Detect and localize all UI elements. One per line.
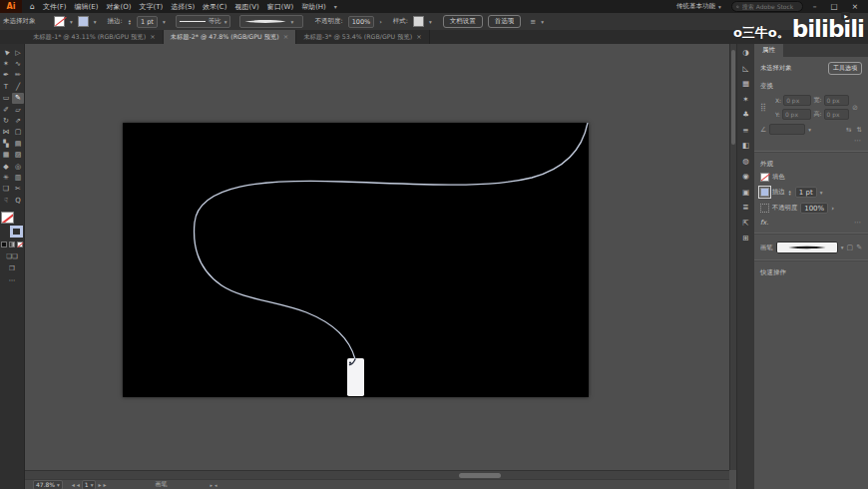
workspace-switcher[interactable]: 传统基本功能 ▾ [676,2,721,11]
artboard[interactable] [123,123,589,397]
stroke-color-swatch[interactable] [760,188,769,197]
close-tab-icon[interactable]: × [150,33,155,41]
artboard-number-field[interactable]: 1 ▾ [82,480,97,489]
none-button[interactable] [17,242,23,247]
menu-item-object[interactable]: 对象(O) [106,2,131,12]
close-button[interactable]: × [852,2,858,11]
tool-rectangle[interactable]: ▭ [0,93,12,104]
fill-swatch[interactable] [54,16,65,27]
document-tab-untitled-3[interactable]: 未标题-3* @ 53.4% (RGB/GPU 预览) × [296,30,430,44]
menu-item-file[interactable]: 文件(F) [43,2,67,12]
fill-stroke-control[interactable] [1,212,23,238]
appearance-more-icon[interactable]: ⋯ [771,219,862,227]
style-swatch[interactable] [413,16,424,27]
screen-mode-icon[interactable]: ❐ [9,264,15,272]
zoom-level-field[interactable]: 47.8% ▾ [33,480,63,489]
panel-icon-stroke[interactable]: ≡ [742,126,748,135]
gradient-button[interactable] [9,242,15,247]
canvas[interactable] [25,44,729,470]
tool-lasso[interactable]: ∿ [12,58,24,69]
document-setup-button[interactable]: 文档设置 [443,15,483,28]
first-artboard-icon[interactable]: ◂ [72,481,75,488]
menu-item-type[interactable]: 文字(T) [139,2,163,12]
cable-curve-path[interactable] [195,123,588,359]
chevron-down-icon[interactable]: ▾ [94,19,97,25]
submenu-arrow-icon[interactable]: › [831,205,834,213]
transform-more-icon[interactable]: ⋯ [760,137,862,145]
chevron-down-icon[interactable]: ▾ [541,19,544,25]
tool-type[interactable]: T [0,81,12,92]
width-field[interactable]: 0 px [824,95,849,106]
last-artboard-icon[interactable]: ▸ [103,481,106,488]
tool-eraser[interactable]: ▱ [12,104,24,115]
stock-search[interactable] [731,1,803,12]
panel-icon-asset-export[interactable]: ⇱ [742,219,748,228]
tool-symbol-sprayer[interactable]: ✳ [0,172,12,183]
tool-scale[interactable]: ⇗ [12,115,24,126]
menu-item-select[interactable]: 选择(S) [171,2,195,12]
search-input[interactable] [742,3,798,10]
panel-icon-appearance[interactable]: ◉ [742,172,749,181]
tool-paintbrush[interactable]: ✎ [12,93,24,104]
horizontal-scrollbar[interactable] [25,470,729,479]
y-field[interactable]: 0 px [782,109,811,120]
tab-properties[interactable]: 属性 [754,44,783,57]
tool-column-graph[interactable]: ▥ [12,172,24,183]
tool-gradient[interactable]: ▨ [12,150,24,161]
fill-proxy-swatch[interactable] [1,212,14,224]
stroke-weight-field[interactable]: 1 pt [795,187,817,198]
chevron-down-icon[interactable]: ▾ [70,19,73,25]
stroke-weight-field[interactable]: 1 pt [137,16,158,28]
fx-button[interactable]: fx. [760,219,768,227]
preferences-button[interactable]: 首选项 [488,15,522,28]
charger-rectangle[interactable] [347,358,364,396]
chevron-down-icon[interactable]: ▾ [820,190,823,196]
close-tab-icon[interactable]: × [416,33,421,41]
stroke-proxy-swatch[interactable] [10,226,23,238]
tool-zoom[interactable]: Q [12,195,24,206]
document-tab-untitled-2[interactable]: 未标题-2* @ 47.8% (RGB/GPU 预览) × [164,30,297,44]
fill-color-swatch[interactable] [760,173,769,182]
brush-definition[interactable]: ▾ [239,15,303,28]
next-artboard-icon[interactable]: ▸ [98,481,101,488]
chevron-down-icon[interactable]: ▾ [841,244,844,250]
angle-field[interactable] [769,124,805,135]
tool-curvature[interactable]: ✏ [12,70,24,81]
panel-icon-artboards[interactable]: ▣ [742,188,749,197]
vertical-scrollbar-thumb[interactable] [731,50,735,145]
align-options-icon[interactable]: ≡ [530,18,536,26]
tool-mesh[interactable]: ▦ [0,150,12,161]
panel-icon-transparency[interactable]: ◍ [742,157,749,166]
draw-modes-icon[interactable]: ❏❏ [6,252,18,260]
brush-definition-dropdown[interactable] [776,242,838,253]
opacity-field[interactable]: 100% [800,203,828,214]
tool-free-transform[interactable]: ▢ [12,127,24,138]
document-tab-untitled-1[interactable]: 未标题-1* @ 43.11% (RGB/GPU 预览) × [26,30,164,44]
panel-icon-color[interactable]: ◑ [742,48,749,57]
tool-shaper[interactable]: ✐ [0,104,12,115]
flip-horizontal-icon[interactable]: ⇆ [846,126,851,134]
tool-artboard[interactable]: ❏ [0,184,12,195]
menu-item-view[interactable]: 视图(V) [234,2,258,12]
tool-perspective-grid[interactable]: ▤ [12,138,24,149]
reference-point-icon[interactable]: ⣿ [760,103,772,112]
height-field[interactable]: 0 px [824,109,849,120]
panel-icon-swatches[interactable]: ◺ [743,64,749,73]
brush-libraries-icon[interactable]: ✎ [856,244,862,251]
constrain-proportions-icon[interactable]: ⊘ [852,104,862,112]
tool-width[interactable]: ⋈ [0,127,12,138]
menu-item-effect[interactable]: 效果(C) [203,2,226,12]
panel-icon-gradient[interactable]: ◧ [742,141,749,150]
menu-item-help[interactable]: 帮助(H) [301,2,326,12]
tool-line-segment[interactable]: ╱ [12,81,24,92]
stroke-swatch[interactable] [78,16,89,27]
stepper-down-icon[interactable]: ▾ [129,22,131,25]
panel-icon-libraries[interactable]: ⊞ [742,234,748,243]
home-icon[interactable]: ⌂ [30,2,35,11]
menubar-overflow-icon[interactable]: ▾ [334,3,337,10]
flip-vertical-icon[interactable]: ⇅ [857,126,862,134]
tool-pen[interactable]: ✒ [0,70,12,81]
opacity-field[interactable]: 100% [348,16,375,28]
vertical-scrollbar[interactable] [729,44,736,470]
chevron-down-icon[interactable]: ▾ [163,19,166,25]
